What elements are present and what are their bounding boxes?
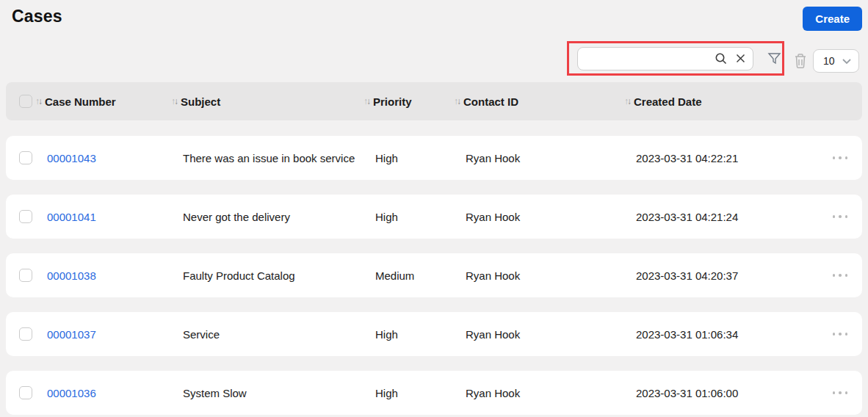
column-label: Priority xyxy=(373,95,412,108)
search-box[interactable] xyxy=(577,47,753,70)
search-input[interactable] xyxy=(578,48,712,70)
table-row: 00001041 Never got the delivery High Rya… xyxy=(6,195,862,239)
clear-search-icon[interactable] xyxy=(731,48,750,70)
column-header-created-date[interactable]: ↑↓ Created Date xyxy=(624,95,808,108)
case-number-link[interactable]: 00001041 xyxy=(47,211,96,223)
page-size-value: 10 xyxy=(823,55,835,67)
column-header-case-number[interactable]: ↑↓ Case Number xyxy=(35,95,171,108)
page-title: Cases xyxy=(12,7,62,26)
subject-cell: There was an issue in book service xyxy=(171,152,364,164)
row-checkbox[interactable] xyxy=(19,269,32,282)
priority-cell: High xyxy=(364,328,454,341)
created-date-cell: 2023-03-31 04:22:21 xyxy=(624,152,808,164)
created-date-cell: 2023-03-31 04:20:37 xyxy=(624,269,808,282)
chevron-down-icon xyxy=(842,58,852,65)
table-body: 00001043 There was an issue in book serv… xyxy=(6,136,862,415)
row-menu-ellipsis-icon[interactable] xyxy=(831,152,850,164)
table-row: 00001038 Faulty Product Catalog Medium R… xyxy=(6,253,862,297)
annotation-highlight-box xyxy=(567,41,784,76)
trash-icon[interactable] xyxy=(792,52,809,70)
priority-cell: Medium xyxy=(364,269,454,282)
column-header-priority[interactable]: ↑↓ Priority xyxy=(364,95,454,108)
row-menu-ellipsis-icon[interactable] xyxy=(831,387,850,399)
sort-icon[interactable]: ↑↓ xyxy=(364,97,371,106)
contact-cell: Ryan Hook xyxy=(454,269,624,282)
row-menu-ellipsis-icon[interactable] xyxy=(831,269,850,281)
sort-icon[interactable]: ↑↓ xyxy=(624,97,632,106)
create-button[interactable]: Create xyxy=(803,7,862,31)
table-row: 00001036 System Slow High Ryan Hook 2023… xyxy=(6,371,862,415)
contact-cell: Ryan Hook xyxy=(454,387,624,399)
column-label: Created Date xyxy=(634,95,702,108)
column-label: Subject xyxy=(181,95,220,108)
sort-icon[interactable]: ↑↓ xyxy=(171,97,178,106)
created-date-cell: 2023-03-31 01:06:00 xyxy=(624,387,808,399)
case-number-link[interactable]: 00001038 xyxy=(47,269,96,282)
priority-cell: High xyxy=(364,387,454,399)
subject-cell: Service xyxy=(171,328,364,341)
column-label: Case Number xyxy=(45,95,116,108)
subject-cell: Never got the delivery xyxy=(171,211,364,223)
case-number-link[interactable]: 00001043 xyxy=(47,152,96,164)
case-number-link[interactable]: 00001037 xyxy=(47,328,96,341)
table-row: 00001043 There was an issue in book serv… xyxy=(6,136,862,180)
priority-cell: High xyxy=(364,152,454,164)
sort-icon[interactable]: ↑↓ xyxy=(454,97,461,106)
row-checkbox[interactable] xyxy=(19,386,32,399)
search-icon[interactable] xyxy=(712,48,731,70)
subject-cell: System Slow xyxy=(171,387,364,399)
row-menu-ellipsis-icon[interactable] xyxy=(831,211,850,222)
row-checkbox[interactable] xyxy=(19,151,32,164)
row-checkbox[interactable] xyxy=(19,210,32,223)
created-date-cell: 2023-03-31 01:06:34 xyxy=(624,328,808,341)
select-all-checkbox[interactable] xyxy=(19,95,32,108)
cases-table: ↑↓ Case Number ↑↓ Subject ↑↓ Priority ↑↓… xyxy=(6,82,862,417)
page-size-select[interactable]: 10 xyxy=(813,49,859,73)
column-header-subject[interactable]: ↑↓ Subject xyxy=(171,95,364,108)
filter-icon[interactable] xyxy=(767,48,782,70)
row-checkbox[interactable] xyxy=(19,327,32,341)
table-header-row: ↑↓ Case Number ↑↓ Subject ↑↓ Priority ↑↓… xyxy=(6,82,862,120)
sort-icon[interactable]: ↑↓ xyxy=(35,97,43,106)
case-number-link[interactable]: 00001036 xyxy=(47,387,96,399)
priority-cell: High xyxy=(364,211,454,223)
column-header-contact-id[interactable]: ↑↓ Contact ID xyxy=(454,95,624,108)
contact-cell: Ryan Hook xyxy=(454,152,624,164)
contact-cell: Ryan Hook xyxy=(454,328,624,341)
contact-cell: Ryan Hook xyxy=(454,211,624,223)
row-menu-ellipsis-icon[interactable] xyxy=(831,328,850,340)
column-label: Contact ID xyxy=(463,95,518,108)
created-date-cell: 2023-03-31 04:21:24 xyxy=(624,211,808,223)
subject-cell: Faulty Product Catalog xyxy=(171,269,364,282)
table-row: 00001037 Service High Ryan Hook 2023-03-… xyxy=(6,312,862,356)
